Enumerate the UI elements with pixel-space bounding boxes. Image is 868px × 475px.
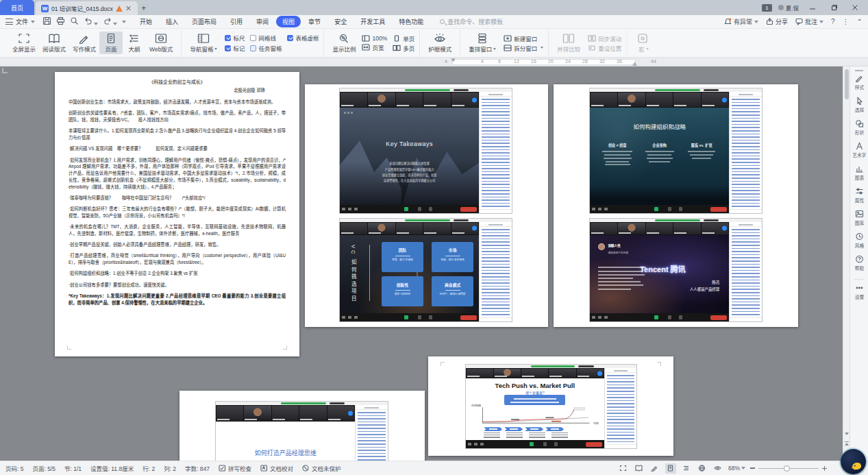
doc-paragraph[interactable]: *Key Takeaways：1.发现问题比解决问题更重要 2.产品经理思维是早…: [69, 293, 286, 306]
document-page-4[interactable]: 如何打造产品经理思维 商业嗅觉用户导向用户体验排序与取舍宏观与微观: [179, 391, 425, 461]
zoom-ratio-button[interactable]: 显示比例: [329, 32, 359, 54]
status-item[interactable]: 页码: 5: [5, 464, 23, 472]
document-page-1[interactable]: 《科技企业的创立与成长》 北极光创投 邓锋 中国创新创业生态：市场需求大，政策支…: [55, 72, 299, 356]
doc-paragraph[interactable]: ·如何判断机会好坏？思考：三年有最大的行业会有哪些？/*（敢想，胆子大，能把中度…: [69, 206, 286, 219]
view-checkbox[interactable]: 标尺: [225, 34, 245, 42]
undo-dropdown-icon[interactable]: [94, 23, 98, 25]
document-page-3[interactable]: 如何构建组织和战略 创业 ≠ 创意 企业架构: [554, 84, 798, 327]
view-checkbox[interactable]: 任务窗格: [250, 44, 282, 52]
scrollbar-thumb[interactable]: [845, 69, 849, 99]
document-canvas[interactable]: 《科技企业的创立与成长》 北极光创投 邓锋 中国创新创业生态：市场需求大，政策支…: [0, 66, 843, 461]
minimize-button[interactable]: [805, 1, 820, 14]
spell-check-status[interactable]: 拼写检查: [219, 464, 251, 472]
document-page-5[interactable]: Tech Push vs. Market Pull 哪个更重要? 经济规模 时间: [428, 356, 673, 456]
embedded-screenshot-tencent[interactable]: Tencent 腾讯 腾讯 人人都是产品经理 洞察人性 成就游戏产品经理: [589, 218, 762, 322]
doc-paragraph[interactable]: 本课程将主要讲什么。1.如何发现商业新机会 2.怎么做产品 3.战略执行与企业组…: [69, 127, 286, 141]
sidebar-item-properties[interactable]: 属性: [854, 187, 865, 204]
eye-protection-button[interactable]: 护眼模式: [425, 32, 455, 54]
more-menu-icon[interactable]: ⋮: [843, 18, 850, 25]
print-button[interactable]: [56, 16, 65, 27]
menu-tab[interactable]: 页面布局: [186, 16, 223, 27]
status-web-layout-button[interactable]: [697, 463, 708, 474]
notification-badge[interactable]: 1: [762, 4, 771, 12]
close-window-button[interactable]: [847, 1, 863, 14]
menu-tab[interactable]: 安全: [328, 16, 353, 27]
sidebar-item-chart[interactable]: 图表: [854, 165, 865, 181]
embedded-screenshot-tech-push[interactable]: Tech Push vs. Market Pull 哪个更重要? 经济规模 时间: [465, 364, 637, 449]
document-page-2[interactable]: Key Takeaways 发现问题比解决问题能力更重要产品经理思维是早期CEO…: [305, 84, 548, 327]
doc-paragraph[interactable]: ·瑞幸咖啡为何要连锁？ 咖啡在中国是门好生意吗？ /*头部效应*/: [69, 195, 286, 202]
collapse-ribbon-icon[interactable]: ⌃: [857, 18, 863, 25]
sidebar-item-styles[interactable]: 样式: [854, 74, 865, 90]
doc-paragraph[interactable]: ·创业早期产品是关键，创始人必须具备产品经理思维，产品经理，研发，销售。: [69, 241, 286, 248]
file-menu[interactable]: 文件: [5, 17, 35, 26]
zoom-in-button[interactable]: [822, 466, 827, 471]
home-tab[interactable]: 首页: [0, 0, 34, 15]
doc-paragraph[interactable]: ·未来的机会在哪儿？TMT，大消费，企业服务，人工智能，半导体，互联网基础设施，…: [69, 223, 286, 237]
command-search[interactable]: 查找命令、搜索模板: [440, 17, 503, 26]
abnormal-status-button[interactable]: 有异常: [724, 17, 758, 26]
menu-tab[interactable]: 视图: [276, 16, 301, 27]
sidebar-item-settings[interactable]: 设置: [854, 284, 865, 300]
status-item[interactable]: 节: 1/1: [64, 464, 82, 472]
status-item[interactable]: 设置值: 11.8厘米: [90, 464, 134, 472]
more-quick-tools-icon[interactable]: [122, 21, 126, 23]
web-layout-button[interactable]: Web版式: [146, 32, 176, 54]
doc-title[interactable]: 《科技企业的创立与成长》: [69, 78, 286, 85]
view-checkbox[interactable]: 网格线: [250, 34, 282, 42]
new-window-button[interactable]: 新建窗口: [504, 34, 543, 42]
status-writing-mode-button[interactable]: [649, 463, 660, 474]
zoom-slider-knob[interactable]: [784, 465, 790, 472]
menu-tab[interactable]: 引用: [224, 16, 249, 27]
status-item[interactable]: 列: 2: [164, 464, 176, 472]
vertical-scrollbar[interactable]: [843, 66, 850, 461]
user-account[interactable]: 夏.保: [778, 3, 799, 12]
page-view-button[interactable]: 页面: [99, 32, 123, 54]
assistant-mascot-button[interactable]: [841, 449, 866, 474]
zoom-100-button[interactable]: 100%: [362, 35, 387, 42]
document-tab[interactable]: W 01 培训笔记_0415.docx: [36, 1, 138, 15]
navigation-pane-button[interactable]: 导航窗格: [186, 32, 221, 54]
embedded-screenshot-org-strategy[interactable]: 如何构建组织和战略 创业 ≠ 创意 企业架构: [589, 88, 762, 214]
doc-paragraph[interactable]: ·如何构建组织和战略：1.创业不等于创意 2.企业构架 3.聚焦 vs 扩张: [69, 270, 286, 277]
sidebar-handle-icon[interactable]: [855, 70, 863, 71]
page-width-button[interactable]: 页宽: [362, 43, 387, 51]
menu-tab[interactable]: 特色功能: [393, 16, 430, 27]
doc-paragraph[interactable]: ·如何发现商业新机会？1.用户需求，训练同理心，理解用户情绪（愉悦-爽点，恐惧-…: [69, 157, 286, 191]
doc-paragraph[interactable]: 创新创业的关键性要素有，/*资金，团队，客户，市场真实需求/痛点，找市场，做产品…: [69, 110, 286, 123]
writing-mode-button[interactable]: 写作模式: [69, 32, 99, 54]
status-page-view-button[interactable]: [665, 463, 676, 474]
doc-paragraph[interactable]: ·解决问题 VS 发现问题 哪个更重要？ 如何发现、定义问题更重要: [69, 145, 286, 152]
read-layout-button[interactable]: 阅读版式: [39, 32, 69, 54]
undo-button[interactable]: [84, 17, 98, 27]
status-fullscreen-button[interactable]: [618, 463, 629, 474]
print-preview-button[interactable]: [70, 16, 79, 27]
view-checkbox[interactable]: 标记: [225, 44, 245, 52]
menu-tab[interactable]: 开始: [134, 16, 158, 27]
sidebar-item-style[interactable]: 风格: [854, 232, 865, 249]
sidebar-item-wordart[interactable]: 艺术字: [852, 142, 867, 158]
outline-view-button[interactable]: 大纲: [123, 32, 146, 54]
fullscreen-view-button[interactable]: 全屏显示: [9, 32, 39, 54]
view-checkbox[interactable]: 表格虚框: [287, 34, 319, 42]
menu-tab[interactable]: 审阅: [250, 16, 275, 27]
zoom-slider[interactable]: [758, 468, 819, 469]
status-item[interactable]: 字数: 847: [185, 464, 210, 472]
zoom-level[interactable]: 68%: [728, 465, 745, 472]
doc-paragraph[interactable]: ·打造产品经理思维，商业嗅觉（smell&critical thinking），…: [69, 252, 286, 266]
proofread-status[interactable]: 文档校对: [260, 464, 293, 472]
multi-page-button[interactable]: 多页: [393, 44, 414, 52]
status-outline-button[interactable]: [681, 463, 692, 474]
menu-tab[interactable]: 章节: [302, 16, 327, 27]
status-eye-protection-button[interactable]: [712, 463, 723, 474]
new-tab-button[interactable]: +: [138, 1, 150, 15]
restore-button[interactable]: [826, 1, 841, 14]
status-item[interactable]: 行: 2: [142, 464, 155, 472]
sidebar-item-help[interactable]: 帮助: [854, 255, 865, 271]
sidebar-item-shapes[interactable]: 形状: [854, 119, 865, 136]
menu-tab[interactable]: 插入: [160, 16, 184, 27]
redo-button[interactable]: [103, 17, 117, 27]
close-tab-icon[interactable]: [125, 5, 132, 12]
help-button[interactable]: ?: [831, 18, 835, 25]
split-window-button[interactable]: 拆分窗口: [504, 44, 543, 52]
